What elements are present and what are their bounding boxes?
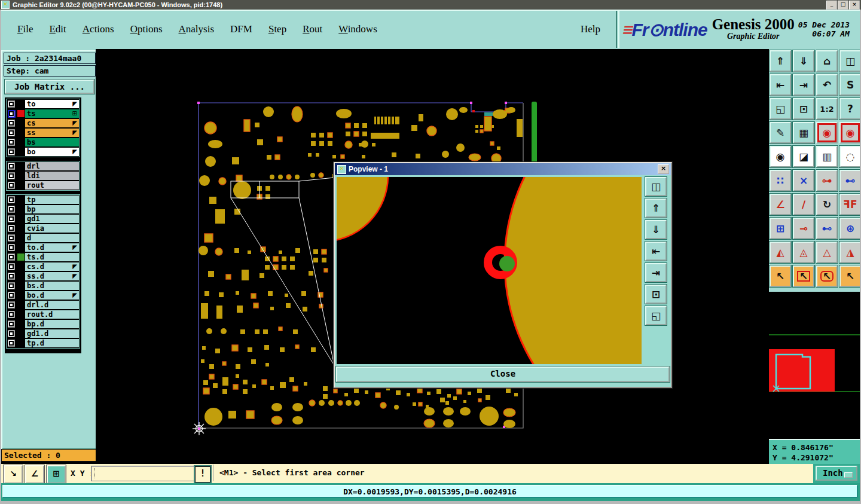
select-polygon-button[interactable]: ↖ [816, 265, 838, 287]
layer-name[interactable]: drl.d [25, 301, 79, 309]
tri-outline-button[interactable]: ◭ [770, 242, 791, 263]
layer-checkbox[interactable] [7, 195, 16, 204]
layer-row-gd1[interactable]: gd1 [7, 214, 80, 224]
tri-wide-button[interactable]: ◮ [839, 242, 861, 263]
layer-checkbox[interactable] [7, 329, 16, 338]
pan-right-button[interactable]: ⇥ [793, 74, 814, 96]
menu-analysis[interactable]: Analysis [179, 23, 215, 35]
fit-window-button[interactable]: ◱ [770, 98, 791, 120]
layer-color-swatch[interactable] [16, 252, 25, 262]
layer-color-swatch[interactable] [16, 233, 25, 243]
layer-name[interactable]: ldi [25, 172, 79, 180]
menu-rout[interactable]: Rout [303, 23, 322, 35]
home-view-button[interactable]: ⌂ [816, 50, 838, 72]
layer-name[interactable]: ts⊞ [25, 109, 79, 118]
scale-1-2-button[interactable]: 1:2 [816, 98, 838, 120]
popview-close-x[interactable]: × [658, 164, 669, 174]
fatten-line-button[interactable]: ⊸ [793, 218, 814, 239]
layer-name[interactable]: ss◤ [25, 129, 79, 137]
layer-checkbox[interactable] [7, 224, 16, 233]
layer-name[interactable]: cvia [25, 224, 79, 233]
layer-name[interactable]: bo◤ [25, 148, 79, 156]
select-cursor-button[interactable]: ↖ [770, 265, 791, 287]
measure-angle-button[interactable]: ∠ [25, 465, 44, 484]
layer-color-swatch[interactable] [16, 204, 25, 214]
center-view-button[interactable]: ⊡ [793, 98, 814, 120]
popview-close-button[interactable]: Close [336, 366, 670, 382]
layer-row-bs.d[interactable]: bs.d [7, 281, 80, 291]
layer-color-swatch[interactable] [16, 291, 25, 300]
layer-row-tp.d[interactable]: tp.d [7, 338, 80, 348]
menu-dfm[interactable]: DFM [230, 23, 252, 35]
layer-name[interactable]: bs.d [25, 282, 79, 290]
layer-color-swatch[interactable] [16, 99, 25, 109]
layer-color-swatch[interactable] [16, 109, 25, 118]
connect-dots-button[interactable]: ∷ [770, 170, 791, 191]
layer-row-drl[interactable]: drl [7, 161, 80, 171]
mirror-ff-button[interactable]: FF [839, 194, 861, 215]
layer-row-to[interactable]: to◤ [7, 99, 80, 109]
menu-file[interactable]: File [17, 23, 33, 35]
layer-checkbox[interactable] [7, 128, 16, 138]
layer-checkbox[interactable] [7, 281, 16, 291]
layer-checkbox[interactable] [7, 147, 16, 157]
layer-checkbox[interactable] [7, 214, 16, 224]
zoom-in-button[interactable]: ⇑ [770, 50, 791, 72]
pan-right-button[interactable]: ⇥ [645, 263, 667, 282]
layer-name[interactable]: gd1.d [25, 329, 79, 338]
layer-checkbox[interactable] [7, 161, 16, 171]
delete-x-button[interactable]: × [793, 170, 814, 191]
layer-color-swatch[interactable] [16, 195, 25, 204]
layer-checkbox[interactable] [7, 338, 16, 348]
layer-color-swatch[interactable] [16, 171, 25, 181]
layer-checkbox[interactable] [7, 181, 16, 190]
measure-ruler-button[interactable]: ▥ [816, 146, 838, 167]
select-net-button[interactable]: ↖ [839, 265, 861, 287]
help-q-button[interactable]: ? [839, 98, 861, 120]
move-point-button[interactable]: ⊶ [816, 170, 838, 191]
layer-name[interactable]: bp [25, 205, 79, 213]
layer-name[interactable]: tp.d [25, 339, 79, 347]
layer-row-cvia[interactable]: cvia [7, 224, 80, 233]
layer-checkbox[interactable] [7, 204, 16, 214]
layer-row-ldi[interactable]: ldi [7, 171, 80, 181]
layer-color-swatch[interactable] [16, 181, 25, 190]
layer-name[interactable]: rout [25, 181, 79, 190]
netlist-b-button[interactable]: ◉ [839, 122, 861, 143]
layer-color-swatch[interactable] [16, 319, 25, 329]
swap-layers-button[interactable]: ◪ [793, 146, 814, 167]
layer-color-swatch[interactable] [16, 147, 25, 157]
layer-name[interactable]: to◤ [25, 100, 79, 108]
copy-point-button[interactable]: ⊷ [839, 170, 861, 191]
layer-color-swatch[interactable] [16, 338, 25, 348]
layer-row-drl.d[interactable]: drl.d [7, 300, 80, 310]
title-bar[interactable]: ✕ Graphic Editor 9.02c2 (00@HY-HYCAM-PC0… [0, 0, 861, 10]
zoom-out-button[interactable]: ⇓ [793, 50, 814, 72]
layer-name[interactable]: rout.d [25, 310, 79, 319]
measure-gap-button[interactable]: ⊷ [816, 218, 838, 239]
layer-name[interactable]: d [25, 234, 79, 242]
pan-left-button[interactable]: ⇤ [770, 74, 791, 96]
layer-row-d[interactable]: d [7, 233, 80, 243]
layer-row-rout.d[interactable]: rout.d [7, 310, 80, 319]
layer-color-swatch[interactable] [16, 310, 25, 319]
layer-name[interactable]: ts.d [25, 253, 79, 261]
layer-color-swatch[interactable] [16, 329, 25, 338]
clone-view-button[interactable]: ◫ [645, 177, 667, 196]
layer-row-cs.d[interactable]: cs.d◤ [7, 262, 80, 271]
layer-row-cs[interactable]: cs◤ [7, 118, 80, 128]
measure-angle-button[interactable]: ∠ [770, 194, 791, 215]
layer-color-swatch[interactable] [16, 224, 25, 233]
layer-color-swatch[interactable] [16, 161, 25, 171]
close-button[interactable]: × [849, 1, 860, 10]
maximize-button[interactable]: □ [838, 1, 848, 10]
zoom-out-button[interactable]: ⇓ [645, 220, 667, 239]
zoom-in-button[interactable]: ⇑ [645, 198, 667, 218]
layer-row-tp[interactable]: tp [7, 195, 80, 204]
menu-edit[interactable]: Edit [49, 23, 66, 35]
layer-name[interactable]: ss.d◤ [25, 272, 79, 280]
menu-step[interactable]: Step [268, 23, 286, 35]
menu-windows[interactable]: Windows [338, 23, 377, 35]
layer-checkbox[interactable] [7, 109, 16, 118]
layer-checkbox[interactable] [7, 233, 16, 243]
